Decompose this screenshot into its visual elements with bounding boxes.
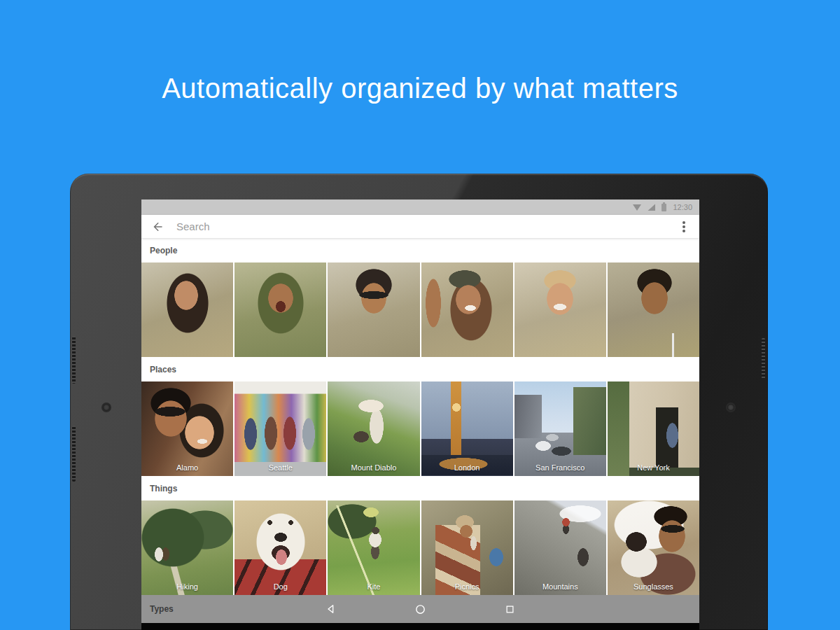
- photo-thing[interactable]: Hiking: [141, 500, 233, 595]
- photo-label: Hiking: [141, 582, 233, 591]
- photo-label: London: [421, 463, 513, 472]
- photo-label: Dog: [234, 582, 326, 591]
- photo-person[interactable]: [141, 262, 233, 357]
- speaker-grille-icon: [72, 336, 76, 384]
- photo-place[interactable]: Mount Diablo: [328, 382, 419, 476]
- speaker-grille-icon: [762, 338, 765, 379]
- places-row: Alamo Seattle Mount Diablo London San Fr…: [141, 382, 699, 476]
- photo-person[interactable]: [328, 262, 419, 357]
- tablet-screen: 12:30 Search People Places Alamo Seattle: [141, 200, 699, 623]
- photo-label: Kite: [328, 582, 419, 591]
- photo-person[interactable]: [514, 262, 606, 357]
- section-title-things: Things: [141, 476, 699, 500]
- photo-place[interactable]: London: [421, 382, 513, 476]
- photo-label: Mountains: [514, 582, 606, 591]
- back-arrow-icon[interactable]: [151, 220, 164, 233]
- photo-thing[interactable]: Mountains: [514, 500, 606, 595]
- photo-place[interactable]: New York: [608, 382, 699, 476]
- page-title: Automatically organized by what matters: [0, 73, 840, 104]
- cellular-signal-icon: [648, 204, 655, 211]
- people-row: [141, 262, 699, 357]
- recents-button[interactable]: [504, 603, 517, 615]
- photo-label: New York: [608, 463, 699, 472]
- photo-thing[interactable]: Sunglasses: [608, 500, 699, 595]
- photo-label: Picnics: [421, 582, 513, 591]
- front-camera-icon: [103, 404, 110, 411]
- tablet-device-frame: 12:30 Search People Places Alamo Seattle: [70, 174, 768, 630]
- photo-label: Sunglasses: [608, 582, 699, 591]
- photo-label: San Francisco: [514, 463, 606, 472]
- photo-label: Seattle: [234, 463, 326, 472]
- status-bar: 12:30: [141, 200, 699, 215]
- section-title-types: Types: [150, 604, 174, 614]
- front-camera-icon: [727, 404, 734, 411]
- speaker-grille-icon: [72, 426, 76, 482]
- back-button[interactable]: [325, 603, 337, 615]
- things-row: Hiking Dog Kite Picnics Mountains Sungla…: [141, 500, 699, 595]
- battery-icon: [662, 204, 666, 211]
- android-nav-bar: Types: [141, 595, 699, 623]
- photo-place[interactable]: San Francisco: [514, 382, 606, 476]
- photo-thing[interactable]: Dog: [234, 500, 326, 595]
- photo-thing[interactable]: Picnics: [421, 500, 513, 595]
- photo-place[interactable]: Seattle: [234, 382, 326, 476]
- section-title-people: People: [141, 238, 699, 262]
- photo-thing[interactable]: Kite: [328, 500, 419, 595]
- home-button[interactable]: [414, 603, 427, 615]
- search-input[interactable]: Search: [176, 220, 682, 232]
- photo-place[interactable]: Alamo: [141, 382, 233, 476]
- section-title-places: Places: [141, 357, 699, 382]
- status-time: 12:30: [673, 203, 692, 211]
- overflow-menu-icon[interactable]: [682, 225, 685, 228]
- search-bar[interactable]: Search: [141, 215, 699, 238]
- photo-person[interactable]: [234, 262, 326, 357]
- photo-label: Mount Diablo: [328, 463, 419, 472]
- wifi-icon: [633, 204, 641, 211]
- photo-person[interactable]: [608, 262, 699, 357]
- photo-label: Alamo: [141, 463, 233, 472]
- photo-person[interactable]: [421, 262, 513, 357]
- screen-bottom-edge: [141, 623, 699, 630]
